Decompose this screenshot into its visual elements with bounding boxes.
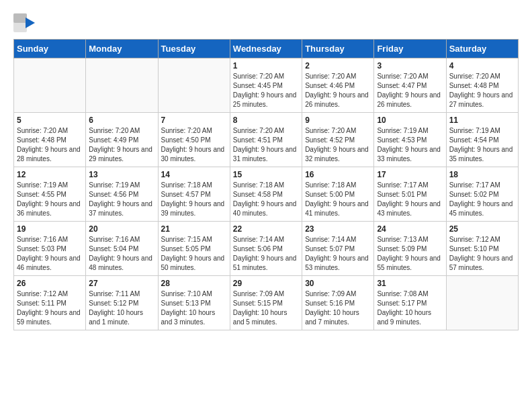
calendar-cell: 22Sunrise: 7:14 AM Sunset: 5:06 PM Dayli… bbox=[230, 222, 302, 276]
calendar-cell: 12Sunrise: 7:19 AM Sunset: 4:55 PM Dayli… bbox=[14, 167, 86, 222]
day-number: 13 bbox=[89, 170, 154, 179]
weekday-header-thursday: Thursday bbox=[302, 40, 374, 58]
calendar-cell: 20Sunrise: 7:16 AM Sunset: 5:04 PM Dayli… bbox=[86, 222, 158, 276]
weekday-header-saturday: Saturday bbox=[446, 40, 518, 58]
day-info: Sunrise: 7:20 AM Sunset: 4:51 PM Dayligh… bbox=[233, 126, 299, 164]
calendar-cell: 24Sunrise: 7:13 AM Sunset: 5:09 PM Dayli… bbox=[374, 222, 446, 276]
day-number: 15 bbox=[233, 170, 299, 179]
calendar-cell: 23Sunrise: 7:14 AM Sunset: 5:07 PM Dayli… bbox=[302, 222, 374, 276]
calendar-cell: 2Sunrise: 7:20 AM Sunset: 4:46 PM Daylig… bbox=[302, 58, 374, 113]
calendar-week-3: 12Sunrise: 7:19 AM Sunset: 4:55 PM Dayli… bbox=[14, 167, 519, 222]
calendar-cell: 11Sunrise: 7:19 AM Sunset: 4:54 PM Dayli… bbox=[446, 113, 518, 167]
day-info: Sunrise: 7:20 AM Sunset: 4:46 PM Dayligh… bbox=[305, 72, 371, 109]
calendar-cell: 8Sunrise: 7:20 AM Sunset: 4:51 PM Daylig… bbox=[230, 113, 302, 167]
calendar-cell: 25Sunrise: 7:12 AM Sunset: 5:10 PM Dayli… bbox=[446, 222, 518, 276]
calendar-cell: 5Sunrise: 7:20 AM Sunset: 4:48 PM Daylig… bbox=[14, 113, 86, 167]
day-number: 23 bbox=[305, 224, 371, 234]
day-number: 18 bbox=[449, 170, 515, 179]
day-info: Sunrise: 7:18 AM Sunset: 4:58 PM Dayligh… bbox=[233, 181, 299, 218]
day-info: Sunrise: 7:17 AM Sunset: 5:01 PM Dayligh… bbox=[377, 181, 443, 218]
logo bbox=[13, 13, 38, 32]
day-number: 22 bbox=[233, 224, 299, 234]
day-info: Sunrise: 7:09 AM Sunset: 5:16 PM Dayligh… bbox=[305, 289, 371, 327]
calendar-cell: 16Sunrise: 7:18 AM Sunset: 5:00 PM Dayli… bbox=[302, 167, 374, 222]
svg-marker-2 bbox=[26, 17, 35, 28]
day-info: Sunrise: 7:13 AM Sunset: 5:09 PM Dayligh… bbox=[377, 235, 443, 273]
day-number: 29 bbox=[233, 279, 299, 288]
calendar-cell: 21Sunrise: 7:15 AM Sunset: 5:05 PM Dayli… bbox=[158, 222, 230, 276]
day-info: Sunrise: 7:12 AM Sunset: 5:11 PM Dayligh… bbox=[17, 289, 83, 327]
calendar-cell: 31Sunrise: 7:08 AM Sunset: 5:17 PM Dayli… bbox=[374, 276, 446, 330]
day-info: Sunrise: 7:19 AM Sunset: 4:56 PM Dayligh… bbox=[89, 181, 154, 218]
weekday-header-tuesday: Tuesday bbox=[158, 40, 230, 58]
calendar-cell bbox=[14, 58, 86, 113]
calendar-cell: 3Sunrise: 7:20 AM Sunset: 4:47 PM Daylig… bbox=[374, 58, 446, 113]
day-info: Sunrise: 7:20 AM Sunset: 4:52 PM Dayligh… bbox=[305, 126, 371, 164]
calendar-table: SundayMondayTuesdayWednesdayThursdayFrid… bbox=[13, 39, 519, 330]
calendar-cell: 27Sunrise: 7:11 AM Sunset: 5:12 PM Dayli… bbox=[86, 276, 158, 330]
day-info: Sunrise: 7:20 AM Sunset: 4:47 PM Dayligh… bbox=[377, 72, 443, 109]
day-number: 28 bbox=[161, 279, 227, 288]
calendar-cell: 1Sunrise: 7:20 AM Sunset: 4:45 PM Daylig… bbox=[230, 58, 302, 113]
day-number: 8 bbox=[233, 116, 299, 125]
day-number: 3 bbox=[377, 61, 443, 71]
calendar-cell: 10Sunrise: 7:19 AM Sunset: 4:53 PM Dayli… bbox=[374, 113, 446, 167]
calendar-cell: 14Sunrise: 7:18 AM Sunset: 4:57 PM Dayli… bbox=[158, 167, 230, 222]
day-info: Sunrise: 7:20 AM Sunset: 4:48 PM Dayligh… bbox=[449, 72, 515, 109]
day-number: 1 bbox=[233, 61, 299, 71]
day-number: 26 bbox=[17, 279, 83, 288]
day-number: 11 bbox=[449, 116, 515, 125]
calendar-header-row: SundayMondayTuesdayWednesdayThursdayFrid… bbox=[14, 40, 519, 58]
day-number: 31 bbox=[377, 279, 443, 288]
day-number: 24 bbox=[377, 224, 443, 234]
day-info: Sunrise: 7:14 AM Sunset: 5:07 PM Dayligh… bbox=[305, 235, 371, 273]
day-info: Sunrise: 7:12 AM Sunset: 5:10 PM Dayligh… bbox=[449, 235, 515, 273]
day-info: Sunrise: 7:16 AM Sunset: 5:03 PM Dayligh… bbox=[17, 235, 83, 273]
calendar-cell: 9Sunrise: 7:20 AM Sunset: 4:52 PM Daylig… bbox=[302, 113, 374, 167]
calendar-cell bbox=[446, 276, 518, 330]
day-info: Sunrise: 7:11 AM Sunset: 5:12 PM Dayligh… bbox=[89, 289, 154, 327]
calendar-cell: 17Sunrise: 7:17 AM Sunset: 5:01 PM Dayli… bbox=[374, 167, 446, 222]
logo-icon bbox=[13, 13, 35, 32]
weekday-header-friday: Friday bbox=[374, 40, 446, 58]
day-number: 6 bbox=[89, 116, 154, 125]
calendar-week-5: 26Sunrise: 7:12 AM Sunset: 5:11 PM Dayli… bbox=[14, 276, 519, 330]
day-number: 20 bbox=[89, 224, 154, 234]
day-number: 4 bbox=[449, 61, 515, 71]
day-info: Sunrise: 7:19 AM Sunset: 4:54 PM Dayligh… bbox=[449, 126, 515, 164]
day-info: Sunrise: 7:14 AM Sunset: 5:06 PM Dayligh… bbox=[233, 235, 299, 273]
calendar-cell: 29Sunrise: 7:09 AM Sunset: 5:15 PM Dayli… bbox=[230, 276, 302, 330]
calendar-cell bbox=[86, 58, 158, 113]
calendar-week-4: 19Sunrise: 7:16 AM Sunset: 5:03 PM Dayli… bbox=[14, 222, 519, 276]
calendar-cell: 13Sunrise: 7:19 AM Sunset: 4:56 PM Dayli… bbox=[86, 167, 158, 222]
day-info: Sunrise: 7:17 AM Sunset: 5:02 PM Dayligh… bbox=[449, 181, 515, 218]
day-info: Sunrise: 7:19 AM Sunset: 4:55 PM Dayligh… bbox=[17, 181, 83, 218]
calendar-week-1: 1Sunrise: 7:20 AM Sunset: 4:45 PM Daylig… bbox=[14, 58, 519, 113]
day-info: Sunrise: 7:19 AM Sunset: 4:53 PM Dayligh… bbox=[377, 126, 443, 164]
day-info: Sunrise: 7:15 AM Sunset: 5:05 PM Dayligh… bbox=[161, 235, 227, 273]
day-info: Sunrise: 7:20 AM Sunset: 4:48 PM Dayligh… bbox=[17, 126, 83, 164]
svg-rect-1 bbox=[13, 13, 27, 23]
day-number: 9 bbox=[305, 116, 371, 125]
day-info: Sunrise: 7:09 AM Sunset: 5:15 PM Dayligh… bbox=[233, 289, 299, 327]
calendar-week-2: 5Sunrise: 7:20 AM Sunset: 4:48 PM Daylig… bbox=[14, 113, 519, 167]
calendar-cell: 15Sunrise: 7:18 AM Sunset: 4:58 PM Dayli… bbox=[230, 167, 302, 222]
calendar-cell: 4Sunrise: 7:20 AM Sunset: 4:48 PM Daylig… bbox=[446, 58, 518, 113]
day-number: 30 bbox=[305, 279, 371, 288]
day-number: 7 bbox=[161, 116, 227, 125]
day-number: 19 bbox=[17, 224, 83, 234]
calendar-cell: 26Sunrise: 7:12 AM Sunset: 5:11 PM Dayli… bbox=[14, 276, 86, 330]
day-info: Sunrise: 7:08 AM Sunset: 5:17 PM Dayligh… bbox=[377, 289, 443, 327]
calendar-cell: 28Sunrise: 7:10 AM Sunset: 5:13 PM Dayli… bbox=[158, 276, 230, 330]
day-number: 17 bbox=[377, 170, 443, 179]
weekday-header-wednesday: Wednesday bbox=[230, 40, 302, 58]
day-info: Sunrise: 7:20 AM Sunset: 4:45 PM Dayligh… bbox=[233, 72, 299, 109]
day-number: 14 bbox=[161, 170, 227, 179]
weekday-header-sunday: Sunday bbox=[14, 40, 86, 58]
day-number: 16 bbox=[305, 170, 371, 179]
weekday-header-monday: Monday bbox=[86, 40, 158, 58]
calendar-cell: 7Sunrise: 7:20 AM Sunset: 4:50 PM Daylig… bbox=[158, 113, 230, 167]
day-number: 10 bbox=[377, 116, 443, 125]
page-header bbox=[13, 13, 519, 32]
day-number: 21 bbox=[161, 224, 227, 234]
